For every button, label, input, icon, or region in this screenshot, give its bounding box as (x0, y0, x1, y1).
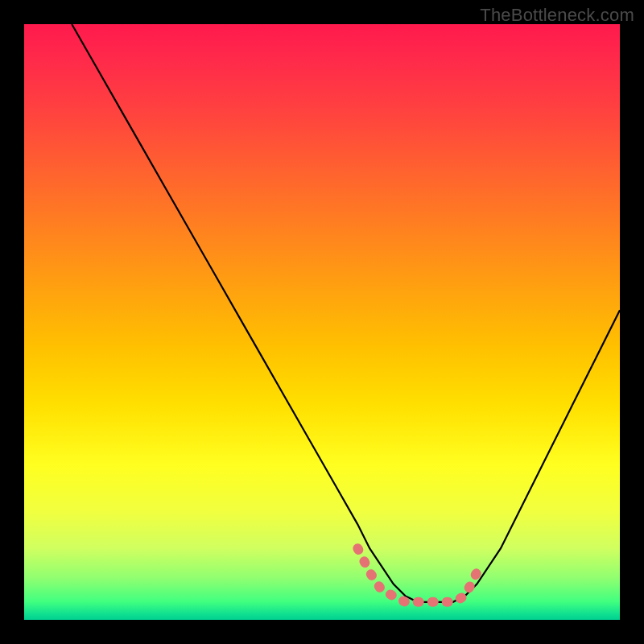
chart-frame: TheBottleneck.com (0, 0, 644, 644)
curve-group (72, 24, 620, 602)
plot-area (24, 24, 620, 620)
bottleneck-curve (72, 24, 620, 602)
chart-svg (24, 24, 620, 620)
watermark-text: TheBottleneck.com (480, 5, 634, 26)
